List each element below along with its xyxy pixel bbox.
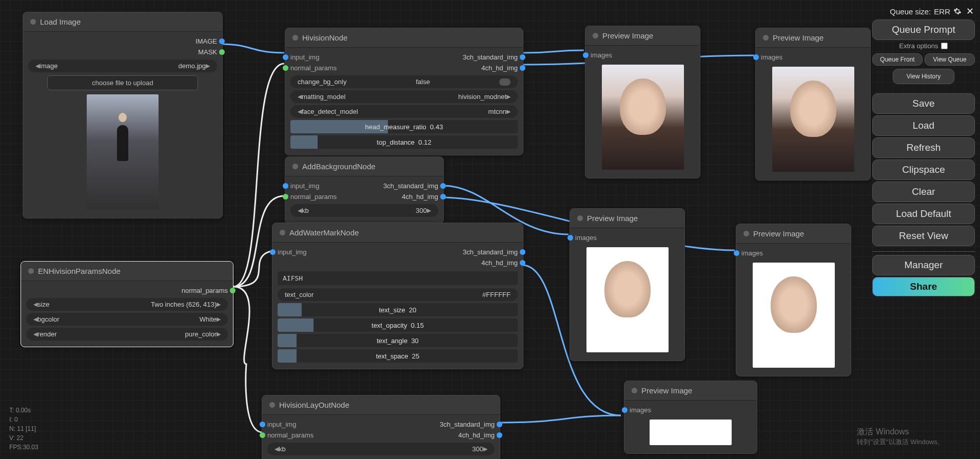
choose-file-button[interactable]: choose file to upload bbox=[47, 75, 198, 90]
output-port-4ch[interactable] bbox=[520, 260, 525, 266]
node-collapse-dot[interactable] bbox=[28, 268, 34, 274]
node-load-image[interactable]: Load Image IMAGE MASK ◀ image demo.jpg ▶… bbox=[23, 12, 223, 218]
node-add-watermark[interactable]: AddWaterMarkNode input_img 3ch_standard_… bbox=[272, 223, 523, 369]
input-port-images[interactable] bbox=[734, 250, 739, 256]
chevron-right-icon[interactable]: ▶ bbox=[217, 331, 221, 337]
chevron-left-icon[interactable]: ◀ bbox=[33, 331, 37, 337]
input-port-params[interactable] bbox=[260, 432, 265, 438]
chevron-right-icon[interactable]: ▶ bbox=[206, 63, 210, 69]
node-collapse-dot[interactable] bbox=[577, 215, 583, 221]
share-button[interactable]: Share bbox=[872, 277, 975, 296]
change-bg-toggle[interactable]: change_bg_only false bbox=[290, 75, 518, 88]
output-port-3ch[interactable] bbox=[520, 54, 525, 60]
input-port-params[interactable] bbox=[283, 65, 288, 71]
node-collapse-dot[interactable] bbox=[269, 402, 275, 408]
node-collapse-dot[interactable] bbox=[280, 230, 285, 235]
chevron-right-icon[interactable]: ▶ bbox=[217, 301, 221, 308]
extra-options-checkbox[interactable] bbox=[941, 43, 948, 49]
text-opacity-slider[interactable]: text_opacity 0.15 bbox=[278, 318, 518, 332]
chevron-right-icon[interactable]: ▶ bbox=[427, 207, 431, 214]
matting-model-widget[interactable]: ◀ matting_model hivision_modnet ▶ bbox=[290, 90, 518, 103]
node-header[interactable]: Load Image bbox=[23, 12, 222, 32]
text-color-widget[interactable]: text_color #FFFFFF bbox=[278, 288, 518, 301]
input-port-images[interactable] bbox=[753, 54, 759, 60]
node-preview-image-5[interactable]: Preview Image images bbox=[624, 381, 757, 454]
head-ratio-slider[interactable]: head_measure_ratio 0.43 bbox=[290, 120, 518, 133]
input-port-params[interactable] bbox=[283, 194, 288, 199]
input-port-img[interactable] bbox=[270, 249, 276, 255]
text-space-slider[interactable]: text_space 25 bbox=[278, 349, 518, 363]
close-icon[interactable]: ✕ bbox=[965, 6, 975, 16]
node-hivision[interactable]: HivisionNode input_img 3ch_standard_img … bbox=[285, 28, 523, 155]
node-collapse-dot[interactable] bbox=[743, 231, 749, 236]
node-collapse-dot[interactable] bbox=[30, 19, 36, 25]
node-header[interactable]: Preview Image bbox=[736, 224, 851, 244]
output-port-3ch[interactable] bbox=[520, 249, 525, 255]
node-header[interactable]: Preview Image bbox=[570, 209, 684, 228]
view-queue-button[interactable]: View Queue bbox=[925, 53, 975, 66]
chevron-left-icon[interactable]: ◀ bbox=[298, 108, 302, 115]
clear-button[interactable]: Clear bbox=[872, 182, 975, 202]
queue-front-button[interactable]: Queue Front bbox=[872, 53, 923, 66]
input-port-img[interactable] bbox=[283, 54, 288, 60]
node-en-hivision-params[interactable]: ENHivisionParamsNode normal_params ◀ siz… bbox=[21, 261, 233, 347]
gear-icon[interactable] bbox=[953, 7, 962, 15]
node-collapse-dot[interactable] bbox=[632, 388, 637, 393]
node-preview-image-1[interactable]: Preview Image images bbox=[585, 26, 700, 178]
watermark-text-input[interactable]: AIFSH bbox=[278, 271, 518, 285]
node-header[interactable]: Preview Image bbox=[624, 381, 757, 401]
input-port-images[interactable] bbox=[567, 235, 573, 241]
toggle-knob[interactable] bbox=[499, 78, 511, 86]
chevron-left-icon[interactable]: ◀ bbox=[35, 63, 40, 69]
node-hivision-layout[interactable]: HivisionLayOutNode input_img 3ch_standar… bbox=[262, 395, 500, 459]
node-collapse-dot[interactable] bbox=[593, 33, 598, 38]
node-collapse-dot[interactable] bbox=[292, 35, 298, 41]
face-detect-widget[interactable]: ◀ face_detect_model mtcnn ▶ bbox=[290, 105, 518, 118]
input-port-images[interactable] bbox=[622, 407, 628, 413]
queue-prompt-button[interactable]: Queue Prompt bbox=[872, 19, 975, 40]
text-size-slider[interactable]: text_size 20 bbox=[278, 303, 518, 316]
text-angle-slider[interactable]: text_angle 30 bbox=[278, 334, 518, 347]
node-preview-image-4[interactable]: Preview Image images bbox=[736, 224, 851, 376]
image-selector-widget[interactable]: ◀ image demo.jpg ▶ bbox=[28, 59, 217, 72]
chevron-left-icon[interactable]: ◀ bbox=[275, 446, 279, 452]
output-port-3ch[interactable] bbox=[497, 422, 502, 427]
output-port-4ch[interactable] bbox=[497, 432, 502, 438]
chevron-right-icon[interactable]: ▶ bbox=[506, 108, 511, 115]
output-port-image[interactable] bbox=[219, 38, 225, 44]
node-preview-image-3[interactable]: Preview Image images bbox=[570, 208, 685, 361]
node-header[interactable]: HivisionLayOutNode bbox=[262, 395, 500, 415]
input-port-images[interactable] bbox=[583, 52, 589, 58]
refresh-button[interactable]: Refresh bbox=[872, 137, 975, 158]
manager-button[interactable]: Manager bbox=[872, 255, 975, 275]
input-port-img[interactable] bbox=[260, 422, 265, 427]
input-port-img[interactable] bbox=[283, 183, 288, 189]
save-button[interactable]: Save bbox=[872, 93, 975, 114]
bgcolor-selector-widget[interactable]: ◀ bgcolor White ▶ bbox=[26, 313, 228, 326]
load-default-button[interactable]: Load Default bbox=[872, 204, 975, 224]
load-button[interactable]: Load bbox=[872, 115, 975, 136]
output-port-4ch[interactable] bbox=[520, 65, 525, 71]
node-header[interactable]: ENHivisionParamsNode bbox=[21, 262, 233, 281]
chevron-right-icon[interactable]: ▶ bbox=[217, 316, 221, 323]
reset-view-button[interactable]: Reset View bbox=[872, 226, 975, 246]
chevron-left-icon[interactable]: ◀ bbox=[298, 207, 302, 214]
output-port-4ch[interactable] bbox=[440, 194, 446, 199]
output-port-normal-params[interactable] bbox=[230, 288, 236, 293]
node-header[interactable]: Preview Image bbox=[585, 26, 700, 46]
node-header[interactable]: AddWaterMarkNode bbox=[272, 223, 523, 243]
kb-widget[interactable]: ◀ kb 300 ▶ bbox=[290, 204, 438, 217]
chevron-right-icon[interactable]: ▶ bbox=[506, 93, 511, 100]
node-collapse-dot[interactable] bbox=[763, 35, 769, 41]
clipspace-button[interactable]: Clipspace bbox=[872, 159, 975, 180]
top-distance-slider[interactable]: top_distance 0.12 bbox=[290, 135, 518, 149]
view-history-button[interactable]: View History bbox=[893, 69, 954, 84]
chevron-left-icon[interactable]: ◀ bbox=[33, 301, 37, 308]
node-add-background[interactable]: AddBackgroundNode input_img 3ch_standard… bbox=[285, 156, 444, 224]
size-selector-widget[interactable]: ◀ size Two inches (626, 413) ▶ bbox=[26, 298, 228, 311]
output-port-3ch[interactable] bbox=[440, 183, 446, 189]
node-preview-image-2[interactable]: Preview Image images bbox=[755, 28, 871, 181]
output-port-mask[interactable] bbox=[219, 49, 225, 55]
kb-widget[interactable]: ◀ kb 300 ▶ bbox=[267, 443, 495, 455]
node-header[interactable]: Preview Image bbox=[756, 28, 870, 48]
